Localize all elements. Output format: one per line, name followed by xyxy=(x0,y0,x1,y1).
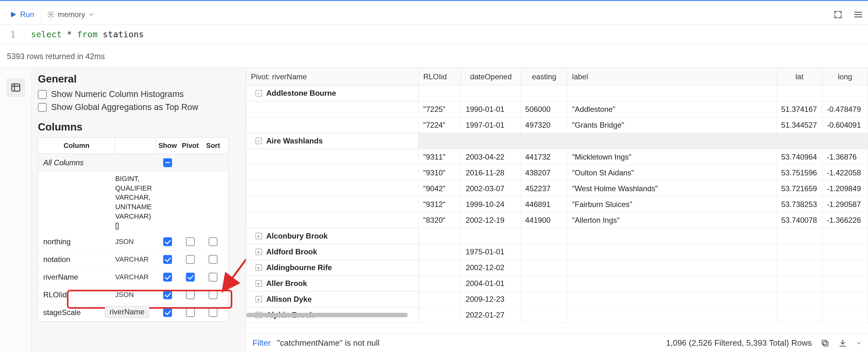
grid-row[interactable]: +Allison Dyke 2009-12-23 xyxy=(247,291,868,307)
cell-easting: 446891 xyxy=(521,197,568,212)
column-row[interactable]: RLOIid JSON xyxy=(38,286,228,304)
grid-row[interactable]: −Addlestone Bourne xyxy=(247,85,868,101)
opt-histograms[interactable]: Show Numeric Column Histograms xyxy=(38,89,240,99)
result-pane: Pivot: riverName RLOIid dateOpened easti… xyxy=(246,68,868,352)
grid-row[interactable]: −Aire Washlands xyxy=(247,133,868,149)
grid-row[interactable]: "9312" 1999-10-24 446891 "Fairburn Sluic… xyxy=(247,197,868,212)
toolbar: Run memory xyxy=(0,4,868,25)
show-checkbox[interactable] xyxy=(163,308,172,317)
panel-toggle-button[interactable] xyxy=(6,78,25,97)
column-row[interactable]: northing JSON xyxy=(38,233,228,251)
all-columns-row: All Columns xyxy=(38,154,228,172)
chevron-down-icon[interactable] xyxy=(856,340,862,346)
grid-header-easting[interactable]: easting xyxy=(521,68,568,85)
pivot-checkbox[interactable] xyxy=(186,273,195,282)
expand-icon[interactable]: + xyxy=(256,264,262,271)
sql-editor[interactable]: 1 select * from stations xyxy=(0,25,868,45)
cell-easting: 441732 xyxy=(521,149,568,165)
sort-checkbox[interactable] xyxy=(209,290,217,299)
cell-long: -1.36876 xyxy=(822,149,868,165)
grid-header-rloid[interactable]: RLOIid xyxy=(418,68,461,85)
col-header-show: Show xyxy=(156,138,179,153)
expand-icon[interactable]: + xyxy=(256,233,262,239)
checkbox-indeterminate[interactable] xyxy=(163,158,172,167)
grid-row[interactable]: "7225" 1990-01-01 506000 "Addlestone" 51… xyxy=(247,101,868,117)
grid-row[interactable]: +Aller Brook 2004-01-01 xyxy=(247,275,868,291)
horizontal-scrollbar[interactable] xyxy=(246,313,418,317)
type-info: BIGINT,QUALIFIERVARCHAR,UNITNAMEVARCHAR)… xyxy=(38,172,228,233)
side-panel: General Show Numeric Column Histograms S… xyxy=(32,68,246,352)
checkbox[interactable] xyxy=(38,103,47,112)
result-grid[interactable]: Pivot: riverName RLOIid dateOpened easti… xyxy=(246,68,868,323)
sort-checkbox[interactable] xyxy=(209,273,217,282)
show-checkbox[interactable] xyxy=(163,237,172,246)
grid-header-long[interactable]: long xyxy=(822,68,868,85)
group-label: Allison Dyke xyxy=(267,295,312,304)
play-icon xyxy=(9,11,17,18)
connection-dropdown[interactable]: memory xyxy=(41,10,100,19)
sort-checkbox[interactable] xyxy=(209,237,217,246)
sql-code: select * from stations xyxy=(25,25,868,45)
grid-row[interactable]: "9311" 2003-04-22 441732 "Mickletown Ing… xyxy=(247,149,868,165)
cell-lat: 53.740078 xyxy=(776,212,822,228)
col-header-column: Column xyxy=(38,138,115,153)
pivot-checkbox[interactable] xyxy=(186,308,195,317)
column-row[interactable]: riverName VARCHAR xyxy=(38,268,228,286)
group-label: Aller Brook xyxy=(267,279,307,288)
svg-rect-1 xyxy=(12,84,20,91)
cell-label: "Mickletown Ings" xyxy=(567,149,776,165)
run-button[interactable]: Run xyxy=(5,4,41,24)
grid-row[interactable]: "7224" 1997-01-01 497320 "Grants Bridge"… xyxy=(247,117,868,133)
cell-easting: 506000 xyxy=(521,101,568,117)
column-name: stageScale xyxy=(38,305,115,320)
cell-date: 1997-01-01 xyxy=(461,117,521,133)
grid-row[interactable]: +Alconbury Brook xyxy=(247,228,868,244)
sort-checkbox[interactable] xyxy=(209,308,217,317)
connection-label: memory xyxy=(58,10,85,19)
cell-label: "Fairburn Sluices" xyxy=(567,197,776,212)
pivot-checkbox[interactable] xyxy=(186,255,195,264)
grid-row[interactable]: +Aldford Brook 1975-01-01 xyxy=(247,244,868,260)
expand-icon[interactable]: + xyxy=(256,249,262,255)
cell-lat: 53.738253 xyxy=(776,197,822,212)
grid-row[interactable]: "9042" 2002-03-07 452237 "West Holme Was… xyxy=(247,181,868,197)
grid-row[interactable]: "9310" 2016-11-28 438207 "Oulton St Aida… xyxy=(247,165,868,181)
svg-rect-2 xyxy=(824,342,828,346)
copy-icon[interactable] xyxy=(820,339,830,348)
show-checkbox[interactable] xyxy=(163,273,172,282)
filter-link[interactable]: Filter xyxy=(252,338,271,348)
menu-icon[interactable] xyxy=(854,10,863,19)
cell-lat: 51.374167 xyxy=(776,101,822,117)
result-footer: Filter "catchmentName" is not null 1,096… xyxy=(246,334,868,352)
checkbox[interactable] xyxy=(38,90,47,99)
show-checkbox[interactable] xyxy=(163,255,172,264)
column-row[interactable]: notation VARCHAR xyxy=(38,251,228,268)
grid-header-lat[interactable]: lat xyxy=(776,68,822,85)
expand-icon[interactable]: + xyxy=(256,280,262,287)
cell-date: 2002-12-19 xyxy=(461,212,521,228)
download-icon[interactable] xyxy=(838,339,847,348)
cell-long: -1.209849 xyxy=(822,181,868,197)
gear-icon xyxy=(47,11,55,18)
grid-header-date[interactable]: dateOpened xyxy=(461,68,521,85)
grid-header-label[interactable]: label xyxy=(567,68,776,85)
grid-row[interactable]: +Aldingbourne Rife 2002-12-02 xyxy=(247,260,868,275)
grid-row[interactable]: "8320" 2002-12-19 441900 "Allerton Ings"… xyxy=(247,212,868,228)
pivot-checkbox[interactable] xyxy=(186,290,195,299)
run-label: Run xyxy=(20,10,34,19)
show-checkbox[interactable] xyxy=(163,290,172,299)
pivot-checkbox[interactable] xyxy=(186,237,195,246)
cell-date: 1990-01-01 xyxy=(461,101,521,117)
filter-text: "catchmentName" is not null xyxy=(277,338,380,348)
cell-long: -0.478479 xyxy=(822,101,868,117)
opt-aggregations[interactable]: Show Global Aggregations as Top Row xyxy=(38,102,240,112)
cell-date: 2002-03-07 xyxy=(461,181,521,197)
expand-icon[interactable]: + xyxy=(256,296,262,302)
grid-header-pivot[interactable]: Pivot: riverName xyxy=(247,68,419,85)
collapse-icon[interactable]: − xyxy=(256,90,262,96)
expand-icon[interactable] xyxy=(833,10,843,19)
tool-strip xyxy=(0,68,32,352)
cell-lat: 53.721659 xyxy=(776,181,822,197)
sort-checkbox[interactable] xyxy=(209,255,217,264)
collapse-icon[interactable]: − xyxy=(256,138,262,144)
